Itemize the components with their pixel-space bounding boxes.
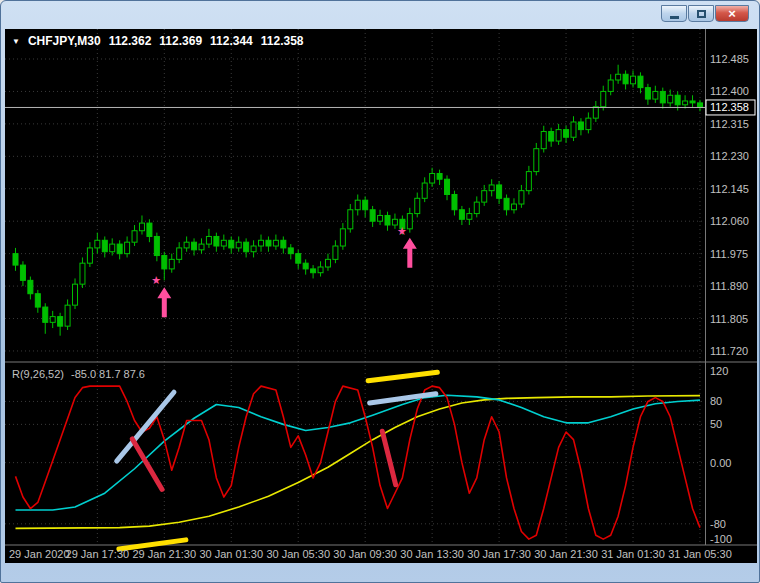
window-controls: ×: [661, 5, 749, 22]
maximize-icon: [697, 10, 706, 18]
pane-separators: [5, 29, 757, 545]
signal-arrows: ★★: [151, 225, 416, 318]
svg-text:112.230: 112.230: [710, 150, 749, 162]
svg-text:112.358: 112.358: [710, 101, 749, 113]
current-price-marker: 112.358: [5, 100, 755, 115]
svg-text:111.720: 111.720: [710, 345, 748, 357]
svg-text:111.890: 111.890: [710, 280, 748, 292]
svg-text:31 Jan 01:30: 31 Jan 01:30: [601, 548, 665, 560]
chart-canvas[interactable]: 112.358★★112.485112.400112.315112.230112…: [5, 29, 757, 563]
svg-text:30 Jan 21:30: 30 Jan 21:30: [534, 548, 598, 560]
chart-client-area: 112.358★★112.485112.400112.315112.230112…: [5, 29, 757, 563]
svg-text:30 Jan 17:30: 30 Jan 17:30: [467, 548, 531, 560]
titlebar[interactable]: ×: [1, 1, 759, 29]
svg-text:29 Jan 2020: 29 Jan 2020: [9, 548, 70, 560]
svg-text:80: 80: [710, 395, 722, 407]
svg-text:112.400: 112.400: [710, 85, 749, 97]
maximize-button[interactable]: [688, 5, 714, 22]
minimize-button[interactable]: [661, 5, 687, 22]
svg-text:112.145: 112.145: [710, 183, 749, 195]
svg-text:-100: -100: [710, 533, 732, 545]
buy-arrow-icon: [403, 238, 417, 268]
svg-text:112.060: 112.060: [710, 215, 749, 227]
svg-text:31 Jan 05:30: 31 Jan 05:30: [668, 548, 732, 560]
minimize-icon: [670, 16, 679, 19]
price-axis-labels: 112.485112.400112.315112.230112.145112.0…: [710, 53, 749, 545]
candlestick-series: [13, 65, 702, 336]
drawn-annotations: [117, 372, 438, 549]
svg-text:29 Jan 21:30: 29 Jan 21:30: [132, 548, 196, 560]
svg-text:30 Jan 09:30: 30 Jan 09:30: [333, 548, 397, 560]
indicator-line-medium: [16, 395, 700, 510]
svg-text:30 Jan 01:30: 30 Jan 01:30: [199, 548, 263, 560]
star-icon: ★: [151, 274, 161, 286]
svg-text:112.485: 112.485: [710, 53, 749, 65]
close-button[interactable]: ×: [715, 5, 749, 22]
chevron-down-icon[interactable]: ▼: [12, 37, 20, 46]
time-axis-labels: 29 Jan 202029 Jan 17:3029 Jan 21:3030 Ja…: [9, 548, 732, 560]
close-icon: ×: [728, 7, 736, 20]
svg-text:120: 120: [710, 365, 728, 377]
application-window: × 112.358★★112.485112.400112.315112.2301…: [0, 0, 760, 583]
buy-arrow-icon: [157, 287, 171, 317]
star-icon: ★: [397, 225, 407, 237]
svg-text:112.315: 112.315: [710, 118, 749, 130]
svg-text:-80: -80: [710, 518, 726, 530]
svg-text:30 Jan 05:30: 30 Jan 05:30: [266, 548, 330, 560]
svg-text:0.00: 0.00: [710, 457, 731, 469]
svg-text:111.975: 111.975: [710, 248, 748, 260]
svg-text:111.805: 111.805: [710, 313, 748, 325]
svg-text:30 Jan 13:30: 30 Jan 13:30: [400, 548, 464, 560]
svg-text:50: 50: [710, 418, 722, 430]
svg-text:29 Jan 17:30: 29 Jan 17:30: [66, 548, 130, 560]
grid: [5, 29, 705, 545]
